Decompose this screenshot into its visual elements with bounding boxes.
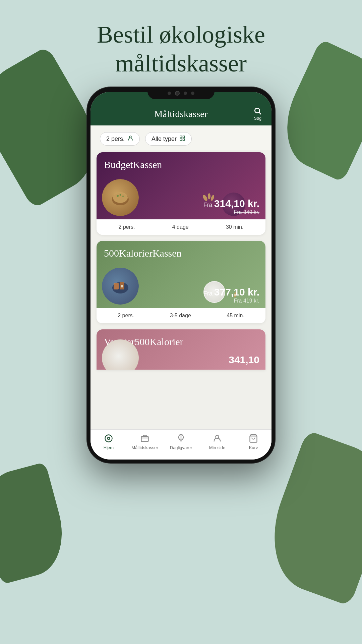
svg-rect-4 [183,136,185,138]
price-current-vegetar: 341,10 [229,354,259,366]
svg-rect-16 [114,283,119,289]
budget-days: 4 dage [172,224,189,230]
maaltidskasser-icon [139,433,150,444]
price-old-budget: Fra 349 kr. [203,209,259,215]
svg-point-11 [122,196,124,197]
filter-type-label: Alle typer [152,136,177,143]
kalorie-time: 45 min. [227,313,244,319]
svg-rect-6 [183,139,185,141]
min-side-icon [212,433,223,444]
app-screen: Måltidskasser Søg 2 pers. [90,92,272,460]
card-price-vegetar: 341,10 [229,354,259,366]
nav-item-maaltidskasser[interactable]: Måltidskasser [127,433,163,450]
card-image-vegetar: Vegetar500Kalorier 341,10 [97,329,265,370]
svg-line-1 [259,112,261,114]
min-side-label: Min side [209,445,225,450]
kurv-label: Kurv [249,445,258,450]
card-image-kalorie: 500KalorierKassen [97,241,265,308]
svg-point-0 [255,108,259,113]
card-price-budget: Fra 314,10 kr. Fra 349 kr. [203,198,259,215]
budget-persons: 2 pers. [119,224,135,230]
person-icon [127,135,133,143]
hjem-icon [103,433,114,444]
svg-point-10 [120,194,121,196]
food-image-kalorie [102,268,139,305]
card-details-kalorie: 2 pers. 3-5 dage 45 min. [97,308,265,323]
filter-persons-label: 2 pers. [106,136,125,143]
svg-point-20 [105,435,112,442]
svg-point-9 [117,195,119,197]
food-image-budget [102,179,139,216]
product-card-budget[interactable]: BudgetKassen [97,152,265,235]
product-list[interactable]: BudgetKassen [90,150,272,446]
dagligvarer-icon [176,433,186,444]
hjem-label: Hjem [104,445,114,450]
nav-item-dagligvarer[interactable]: Dagligvarer [163,433,199,450]
kurv-icon [248,433,259,444]
phone-frame: Måltidskasser Søg 2 pers. [87,87,275,463]
nav-item-hjem[interactable]: Hjem [90,433,127,450]
phone-notch [147,87,215,99]
bottom-nav: Hjem Måltidskasser [90,429,272,460]
grid-icon [179,135,185,143]
filter-type[interactable]: Alle typer [145,132,192,146]
svg-point-21 [108,437,110,440]
filter-row: 2 pers. Alle typer [90,125,272,150]
svg-point-2 [129,136,131,138]
budget-time: 30 min. [226,224,243,230]
kalorie-persons: 2 pers. [118,313,134,319]
nav-item-min-side[interactable]: Min side [199,433,235,450]
card-title-kalorie: 500KalorierKassen [104,248,182,259]
card-title-budget: BudgetKassen [104,159,162,170]
card-price-kalorie: Fra 377,10 kr. Fra 419 kr. [203,286,259,304]
svg-point-18 [121,285,123,287]
app-title: Måltidskasser [154,109,207,119]
svg-rect-22 [141,436,148,441]
maaltidskasser-label: Måltidskasser [131,445,158,450]
kalorie-days: 3-5 dage [170,313,191,319]
card-image-budget: BudgetKassen [97,152,265,219]
card-details-budget: 2 pers. 4 dage 30 min. [97,219,265,235]
price-current-budget: Fra 314,10 kr. [203,198,259,209]
dagligvarer-label: Dagligvarer [170,445,192,450]
svg-rect-5 [180,139,182,141]
price-old-kalorie: Fra 419 kr. [203,298,259,304]
hero-title: Bestil økologiske måltidskasser [0,20,362,78]
search-label: Søg [254,116,261,121]
filter-persons[interactable]: 2 pers. [100,132,140,146]
nav-item-kurv[interactable]: Kurv [235,433,272,450]
product-card-kalorie[interactable]: 500KalorierKassen [97,241,265,323]
price-current-kalorie: Fra 377,10 kr. [203,286,259,298]
product-card-vegetar[interactable]: Vegetar500Kalorier 341,10 [97,329,265,370]
svg-rect-3 [180,136,182,138]
search-button[interactable]: Søg [253,107,262,121]
svg-point-8 [113,192,128,203]
search-icon [253,107,262,115]
